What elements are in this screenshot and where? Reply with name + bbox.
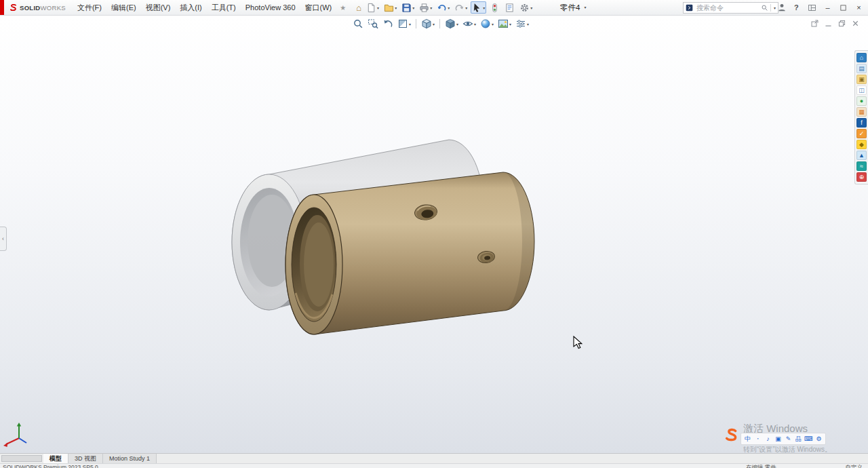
options-gear-button[interactable]: ▾ — [518, 1, 534, 14]
interface-options-icon[interactable] — [804, 0, 820, 15]
search-icon[interactable] — [761, 4, 768, 12]
hide-show-items-icon[interactable]: ▾ — [461, 18, 477, 30]
rebuild-button[interactable] — [488, 1, 501, 14]
pin-menu-icon[interactable]: ★ — [340, 4, 346, 12]
dropdown-arrow-icon: ▾ — [530, 5, 532, 10]
taskpane-cam-icon[interactable]: ⊕ — [856, 172, 867, 182]
maximize-button[interactable] — [835, 0, 851, 15]
ime-apps-icon[interactable]: 品 — [794, 434, 803, 444]
dropdown-arrow-icon: ▾ — [409, 22, 411, 26]
view-tabs-bar: 模型 3D 视图 Motion Study 1 — [0, 453, 868, 463]
zoom-to-fit-icon[interactable] — [351, 18, 365, 30]
tab-scroll-area[interactable] — [1, 455, 42, 462]
taskpane-design-library-icon[interactable]: ▤ — [856, 64, 867, 73]
menu-view[interactable]: 视图(V) — [141, 0, 176, 15]
dropdown-arrow-icon[interactable]: ▾ — [774, 5, 776, 10]
divider — [770, 4, 771, 12]
collapse-panel-arrow-icon[interactable]: ‹ — [0, 227, 7, 251]
apply-scene-icon[interactable]: ▾ — [496, 18, 513, 30]
taskpane-design-checker-icon[interactable]: ✓ — [856, 129, 867, 138]
dropdown-arrow-icon: ▾ — [584, 0, 586, 15]
login-person-icon[interactable] — [777, 3, 787, 12]
home-button[interactable]: ⌂ — [355, 1, 363, 14]
title-bar: SOLIDWORKS 文件(F) 编辑(E) 视图(V) 插入(I) 工具(T)… — [0, 0, 868, 16]
taskpane-custom-properties-icon[interactable]: ▦ — [856, 107, 867, 117]
ime-punctuation-icon[interactable]: ・ — [753, 434, 762, 444]
section-view-icon[interactable]: ▾ — [396, 18, 412, 30]
ime-language-icon[interactable]: 中 — [743, 434, 752, 444]
taskpane-view-palette-icon[interactable]: ◫ — [856, 85, 867, 95]
restore-document-icon[interactable] — [837, 19, 846, 28]
ime-clipboard-icon[interactable]: ▣ — [774, 434, 783, 444]
taskpane-appearances-icon[interactable]: ● — [856, 96, 867, 106]
divider — [439, 19, 440, 28]
open-document-button[interactable]: ▾ — [382, 1, 398, 14]
menu-insert[interactable]: 插入(I) — [175, 0, 206, 15]
document-title[interactable]: 零件4▾ — [560, 0, 586, 15]
minimize-button[interactable]: – — [820, 0, 835, 15]
minimize-document-icon[interactable] — [824, 19, 833, 28]
logo-text: SOLIDWORKS — [20, 4, 66, 12]
taskpane-marketplace-icon[interactable]: ▲ — [856, 151, 867, 160]
help-icon[interactable]: ? — [794, 3, 799, 12]
print-button[interactable]: ▾ — [418, 1, 433, 14]
dropdown-arrow-icon: ▾ — [465, 5, 467, 10]
graphics-viewport[interactable]: ▾ ▾ ▾ ▾ ▾ ▾ ▾ ‹ ⌂ ▤ ▣ ◫ ● ▦ f ✓ — [0, 15, 868, 453]
dropdown-arrow-icon: ▾ — [456, 22, 458, 26]
task-pane: ⌂ ▤ ▣ ◫ ● ▦ f ✓ ◆ ▲ ≈ ⊕ — [854, 50, 868, 184]
taskpane-solidworks-resources-icon[interactable]: ⌂ — [856, 53, 867, 62]
view-settings-icon[interactable]: ▾ — [514, 18, 530, 30]
edit-mode-text: 在编辑 零件 — [746, 465, 776, 468]
ime-handwriting-icon[interactable]: ✎ — [784, 434, 793, 444]
redo-button[interactable]: ▾ — [453, 1, 469, 14]
ime-toolbar: 中 ・ ♪ ▣ ✎ 品 ⌨ ⚙ — [741, 433, 826, 445]
app-version-text: SOLIDWORKS Premium 2023 SP5.0 — [3, 465, 98, 468]
undo-button[interactable]: ▾ — [435, 1, 451, 14]
status-bar: SOLIDWORKS Premium 2023 SP5.0 在编辑 零件 自定义 — [0, 463, 868, 468]
model-canvas — [0, 15, 868, 453]
solidworks-swirl-icon — [9, 3, 18, 12]
ime-settings-icon[interactable]: ⚙ — [814, 434, 823, 444]
taskpane-forum-icon[interactable]: f — [856, 118, 867, 128]
menu-tools[interactable]: 工具(T) — [207, 0, 241, 15]
menu-edit[interactable]: 编辑(E) — [106, 0, 141, 15]
previous-view-icon[interactable] — [381, 18, 395, 30]
model-part[interactable] — [285, 172, 534, 334]
dropdown-arrow-icon: ▾ — [527, 22, 529, 26]
menu-file[interactable]: 文件(F) — [73, 0, 106, 15]
tab-3d-views[interactable]: 3D 视图 — [68, 454, 103, 463]
tab-motion-study-1[interactable]: Motion Study 1 — [103, 454, 157, 463]
close-document-icon[interactable] — [851, 19, 860, 28]
save-button[interactable]: ▾ — [400, 1, 416, 14]
ime-sound-icon[interactable]: ♪ — [764, 434, 772, 444]
solidworks-badge-icon — [722, 427, 739, 445]
heads-up-toolbar: ▾ ▾ ▾ ▾ ▾ ▾ ▾ — [351, 18, 530, 30]
taskpane-electrical-icon[interactable]: ≈ — [856, 161, 867, 171]
menu-window[interactable]: 窗口(W) — [300, 0, 337, 15]
display-style-icon[interactable]: ▾ — [443, 18, 460, 30]
titlebar-right-icons: ? — [777, 0, 799, 15]
zoom-to-area-icon[interactable] — [366, 18, 380, 30]
file-properties-button[interactable] — [503, 1, 516, 14]
ime-keyboard-icon[interactable]: ⌨ — [804, 434, 813, 444]
taskpane-file-explorer-icon[interactable]: ▣ — [856, 75, 867, 84]
view-orientation-icon[interactable]: ▾ — [420, 18, 436, 30]
solidworks-logo: SOLIDWORKS — [9, 3, 66, 12]
close-button[interactable]: × — [851, 0, 867, 15]
select-tool-button[interactable]: ▾ — [471, 1, 486, 14]
taskpane-3dexperience-icon[interactable]: ◆ — [856, 140, 867, 149]
dropdown-arrow-icon: ▾ — [474, 22, 476, 26]
new-document-button[interactable]: ▾ — [365, 1, 380, 14]
edit-appearance-icon[interactable]: ▾ — [479, 18, 495, 30]
menu-bar: 文件(F) 编辑(E) 视图(V) 插入(I) 工具(T) PhotoView … — [73, 0, 336, 15]
dropdown-arrow-icon: ▾ — [509, 22, 511, 26]
dropdown-arrow-icon: ▾ — [377, 5, 379, 10]
customize-link[interactable]: 自定义 — [846, 465, 863, 468]
search-input[interactable] — [695, 3, 759, 12]
command-search-box[interactable]: ▾ — [683, 2, 778, 14]
tab-model[interactable]: 模型 — [43, 454, 68, 463]
dropdown-arrow-icon: ▾ — [433, 22, 435, 26]
menu-photoview360[interactable]: PhotoView 360 — [241, 0, 300, 15]
popout-document-icon[interactable] — [810, 19, 819, 28]
command-search-logo-icon — [686, 4, 693, 12]
